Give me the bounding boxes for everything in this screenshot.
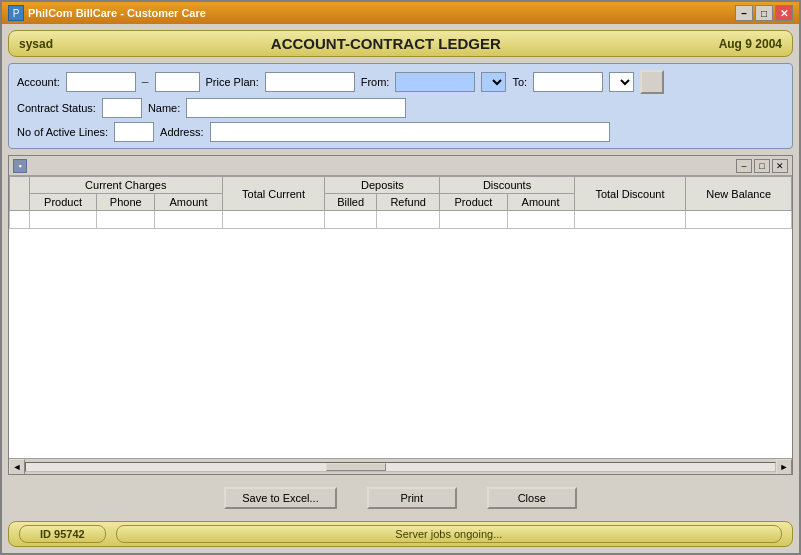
print-button[interactable]: Print [367,487,457,509]
ledger-table: Current Charges Total Current Deposits D… [9,176,792,229]
th-disc-amount: Amount [507,194,574,211]
from-label: From: [361,76,390,88]
price-plan-label: Price Plan: [206,76,259,88]
app-icon: P [8,5,24,21]
contract-status-input[interactable] [102,98,142,118]
scroll-track[interactable] [25,462,776,472]
from-dropdown[interactable] [481,72,506,92]
contract-status-label: Contract Status: [17,102,96,114]
th-current-charges: Current Charges [30,177,223,194]
form-row-1: Account: – Price Plan: From: To: [17,70,784,94]
th-total-current: Total Current [222,177,325,211]
table-row [10,211,792,229]
form-row-2: Contract Status: Name: [17,98,784,118]
active-lines-label: No of Active Lines: [17,126,108,138]
inner-controls: – □ ✕ [736,159,788,173]
th-amount: Amount [155,194,222,211]
window-content: sysad ACCOUNT-CONTRACT LEDGER Aug 9 2004… [2,24,799,553]
th-discounts: Discounts [440,177,574,194]
th-disc-product: Product [440,194,507,211]
inner-title-left: ▪ [13,159,27,173]
retrieve-button[interactable] [640,70,664,94]
account-label: Account: [17,76,60,88]
header-user: sysad [19,37,53,51]
inner-minimize-button[interactable]: – [736,159,752,173]
horizontal-scrollbar: ◄ ► [9,458,792,474]
minimize-button[interactable]: – [735,5,753,21]
th-new-balance: New Balance [686,177,792,211]
table-container: Current Charges Total Current Deposits D… [9,176,792,458]
name-input[interactable] [186,98,406,118]
th-total-discount: Total Discount [574,177,686,211]
scroll-left-button[interactable]: ◄ [9,459,25,475]
th-product: Product [30,194,97,211]
header-date: Aug 9 2004 [719,37,782,51]
status-id: ID 95742 [19,525,106,543]
header-title: ACCOUNT-CONTRACT LEDGER [271,35,501,52]
name-label: Name: [148,102,180,114]
to-label: To: [512,76,527,88]
status-bar: ID 95742 Server jobs ongoing... [8,521,793,547]
dash-label: – [142,75,149,89]
scroll-thumb[interactable] [326,463,386,471]
inner-close-button[interactable]: ✕ [772,159,788,173]
to-dropdown[interactable] [609,72,634,92]
inner-window-icon: ▪ [13,159,27,173]
header-bar: sysad ACCOUNT-CONTRACT LEDGER Aug 9 2004 [8,30,793,57]
inner-window: ▪ – □ ✕ Current Charges Total Current [8,155,793,475]
close-button[interactable]: Close [487,487,577,509]
address-input[interactable] [210,122,610,142]
active-lines-input[interactable] [114,122,154,142]
from-input[interactable] [395,72,475,92]
form-row-3: No of Active Lines: Address: [17,122,784,142]
th-index [10,177,30,211]
th-refund: Refund [376,194,440,211]
main-window: P PhilCom BillCare - Customer Care – □ ✕… [0,0,801,555]
inner-title-bar: ▪ – □ ✕ [9,156,792,176]
title-bar: P PhilCom BillCare - Customer Care – □ ✕ [2,2,799,24]
window-title: PhilCom BillCare - Customer Care [28,7,206,19]
address-label: Address: [160,126,203,138]
close-window-button[interactable]: ✕ [775,5,793,21]
title-bar-left: P PhilCom BillCare - Customer Care [8,5,206,21]
account-input-2[interactable] [155,72,200,92]
to-input[interactable] [533,72,603,92]
maximize-button[interactable]: □ [755,5,773,21]
scroll-right-button[interactable]: ► [776,459,792,475]
th-phone: Phone [97,194,155,211]
th-billed: Billed [325,194,376,211]
bottom-buttons: Save to Excel... Print Close [8,481,793,515]
inner-maximize-button[interactable]: □ [754,159,770,173]
th-deposits: Deposits [325,177,440,194]
window-controls: – □ ✕ [735,5,793,21]
save-excel-button[interactable]: Save to Excel... [224,487,336,509]
status-message: Server jobs ongoing... [116,525,782,543]
price-plan-input[interactable] [265,72,355,92]
form-panel: Account: – Price Plan: From: To: Contrac… [8,63,793,149]
account-input-1[interactable] [66,72,136,92]
